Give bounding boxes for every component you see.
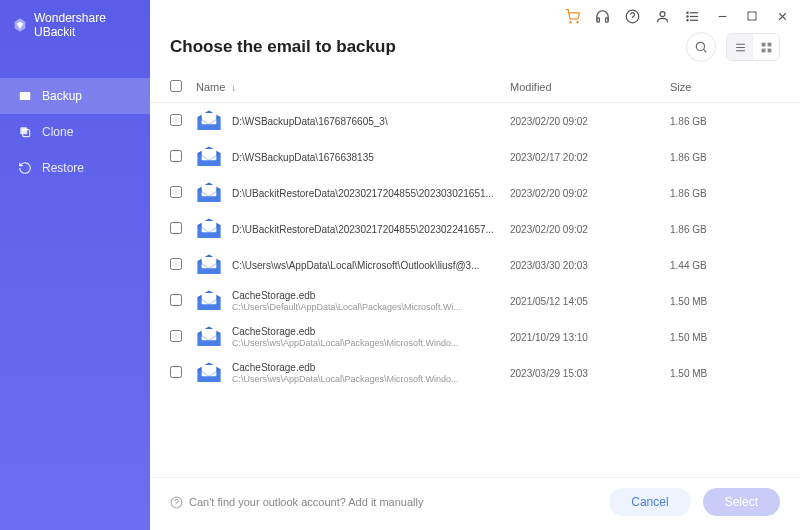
main: Choose the email to backup Name: [150, 0, 800, 530]
search-button[interactable]: [686, 32, 716, 62]
svg-point-9: [660, 11, 665, 16]
svg-point-13: [686, 12, 687, 13]
svg-point-20: [696, 42, 704, 50]
row-checkbox[interactable]: [170, 294, 182, 306]
page-header: Choose the email to backup: [150, 28, 800, 72]
sidebar: Wondershare UBackit Backup Clone Restore: [0, 0, 150, 530]
row-secondary: C:\Users\Default\AppData\Local\Packages\…: [232, 302, 500, 312]
search-icon: [694, 40, 708, 54]
sidebar-item-restore[interactable]: Restore: [0, 150, 150, 186]
svg-point-3: [570, 21, 571, 22]
select-button[interactable]: Select: [703, 488, 780, 516]
row-size: 1.50 MB: [670, 332, 780, 343]
svg-point-4: [576, 21, 577, 22]
list-body: D:\WSBackupData\1676876605_3\2023/02/20 …: [150, 103, 800, 477]
view-list-button[interactable]: [727, 34, 753, 60]
row-primary: D:\WSBackupData\1676876605_3\: [232, 116, 500, 127]
column-name-header[interactable]: Name ↓: [196, 81, 510, 93]
brand-title: Wondershare UBackit: [34, 11, 138, 39]
row-size: 1.44 GB: [670, 260, 780, 271]
table-row[interactable]: D:\UBackitRestoreData\20230217204855\202…: [150, 175, 800, 211]
table-row[interactable]: CacheStorage.edbC:\Users\ws\AppData\Loca…: [150, 319, 800, 355]
headset-icon[interactable]: [594, 8, 610, 24]
row-primary: CacheStorage.edb: [232, 362, 500, 373]
table-row[interactable]: CacheStorage.edbC:\Users\ws\AppData\Loca…: [150, 355, 800, 391]
svg-rect-1: [20, 127, 27, 134]
cancel-button[interactable]: Cancel: [609, 488, 690, 516]
column-modified-header[interactable]: Modified: [510, 81, 670, 93]
clone-icon: [18, 125, 32, 139]
svg-rect-30: [202, 149, 217, 160]
svg-rect-5: [596, 17, 599, 21]
select-all-checkbox[interactable]: [170, 80, 182, 92]
sidebar-item-backup[interactable]: Backup: [0, 78, 150, 114]
table-row[interactable]: D:\WSBackupData\1676876605_3\2023/02/20 …: [150, 103, 800, 139]
minimize-icon[interactable]: [714, 8, 730, 24]
footer-hint[interactable]: Can't find your outlook account? Add it …: [170, 496, 423, 509]
svg-rect-25: [761, 42, 765, 46]
table-row[interactable]: CacheStorage.edbC:\Users\Default\AppData…: [150, 283, 800, 319]
column-size-header[interactable]: Size: [670, 81, 780, 93]
table-row[interactable]: D:\UBackitRestoreData\20230217204855\202…: [150, 211, 800, 247]
row-checkbox[interactable]: [170, 366, 182, 378]
svg-rect-27: [761, 48, 765, 52]
maximize-icon[interactable]: [744, 8, 760, 24]
column-name-label: Name: [196, 81, 225, 93]
svg-rect-29: [202, 113, 217, 124]
row-primary: D:\UBackitRestoreData\20230217204855\202…: [232, 224, 500, 235]
view-toggle: [726, 33, 780, 61]
row-checkbox[interactable]: [170, 150, 182, 162]
row-checkbox[interactable]: [170, 330, 182, 342]
view-grid-button[interactable]: [753, 34, 779, 60]
brand: Wondershare UBackit: [0, 0, 150, 50]
email-icon: [196, 326, 222, 348]
svg-rect-28: [767, 48, 771, 52]
email-icon: [196, 290, 222, 312]
table-row[interactable]: C:\Users\ws\AppData\Local\Microsoft\Outl…: [150, 247, 800, 283]
email-icon: [196, 362, 222, 384]
svg-rect-35: [202, 329, 217, 340]
svg-rect-0: [20, 92, 31, 100]
close-icon[interactable]: [774, 8, 790, 24]
row-secondary: C:\Users\ws\AppData\Local\Packages\Micro…: [232, 374, 500, 384]
svg-rect-26: [767, 42, 771, 46]
help-icon[interactable]: [624, 8, 640, 24]
row-size: 1.86 GB: [670, 116, 780, 127]
sidebar-item-label: Restore: [42, 161, 84, 175]
email-icon: [196, 254, 222, 276]
row-primary: CacheStorage.edb: [232, 326, 500, 337]
titlebar: [150, 0, 800, 28]
row-checkbox[interactable]: [170, 114, 182, 126]
sidebar-nav: Backup Clone Restore: [0, 78, 150, 186]
email-icon: [196, 110, 222, 132]
row-modified: 2023/02/17 20:02: [510, 152, 670, 163]
cart-icon[interactable]: [564, 8, 580, 24]
user-icon[interactable]: [654, 8, 670, 24]
sidebar-item-clone[interactable]: Clone: [0, 114, 150, 150]
row-checkbox[interactable]: [170, 258, 182, 270]
row-size: 1.50 MB: [670, 296, 780, 307]
row-secondary: C:\Users\ws\AppData\Local\Packages\Micro…: [232, 338, 500, 348]
row-modified: 2023/02/20 09:02: [510, 188, 670, 199]
svg-rect-36: [202, 365, 217, 376]
svg-point-15: [686, 19, 687, 20]
brand-icon: [12, 17, 28, 33]
row-primary: C:\Users\ws\AppData\Local\Microsoft\Outl…: [232, 260, 500, 271]
restore-icon: [18, 161, 32, 175]
email-icon: [196, 218, 222, 240]
svg-point-14: [686, 15, 687, 16]
row-modified: 2023/02/20 09:02: [510, 224, 670, 235]
row-size: 1.86 GB: [670, 224, 780, 235]
row-checkbox[interactable]: [170, 186, 182, 198]
email-icon: [196, 146, 222, 168]
email-icon: [196, 182, 222, 204]
svg-rect-33: [202, 257, 217, 268]
row-modified: 2021/10/29 13:10: [510, 332, 670, 343]
table-row[interactable]: D:\WSBackupData\16766381352023/02/17 20:…: [150, 139, 800, 175]
backup-icon: [18, 89, 32, 103]
row-modified: 2023/03/29 15:03: [510, 368, 670, 379]
sort-arrow-icon: ↓: [231, 82, 236, 93]
row-checkbox[interactable]: [170, 222, 182, 234]
menu-icon[interactable]: [684, 8, 700, 24]
row-size: 1.86 GB: [670, 188, 780, 199]
